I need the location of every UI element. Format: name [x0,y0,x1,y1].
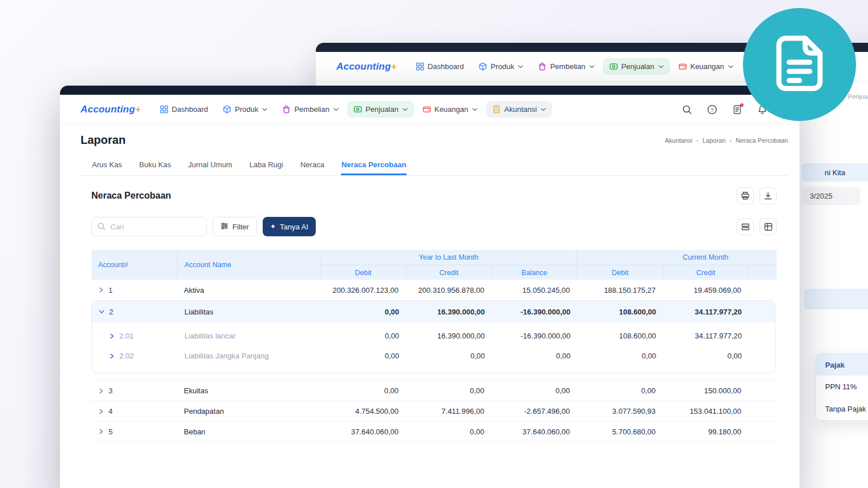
nav-item-dashboard[interactable]: Dashboard [409,58,471,75]
expand-chevron-icon[interactable] [98,287,104,293]
cash-icon [609,62,618,71]
document-badge [743,8,856,121]
col-group-year-to-last-month: Year to Last Month Debit Credit Balance [320,250,577,280]
documents-icon[interactable] [732,104,742,115]
chevron-down-icon [262,108,267,111]
package-icon [479,62,487,71]
nav-label: Penjualan [365,105,399,114]
expanded-group-liabilitas: 2 Liabilitas 0,00 16.390.000,00 -16.390.… [91,300,775,373]
partial-form-label: Penjua [848,93,867,100]
nav-item-produk[interactable]: Produk [472,58,529,75]
table-row-pendapatan[interactable]: 4 Pendapatan 4.754.500,00 7.411.996,00 -… [91,401,777,421]
search-icon[interactable] [682,104,692,115]
table-row-liabilitas[interactable]: 2 Liabilitas 0,00 16.390.000,00 -16.390.… [92,301,775,322]
table-row-ekuitas[interactable]: 3 Ekuitas 0,00 0,00 0,00 0,00 150.000,00 [91,380,777,401]
collapse-chevron-icon[interactable] [99,309,105,314]
nav-item-dashboard[interactable]: Dashboard [154,101,215,118]
wallet-icon [678,62,687,71]
shopping-bag-icon [282,105,291,114]
tax-option-tanpa-pajak[interactable]: Tanpa Pajak [816,398,868,420]
chevron-down-icon [658,65,664,68]
tab-arus-kas[interactable]: Arus Kas [91,155,123,175]
table-row-liabilitas-jangka-panjang[interactable]: 2.02 Liabilitas Jangka Panjang 0,00 0,00… [92,346,775,366]
main-window: Accounting+ Dashboard Produk Pembelian P… [60,86,799,488]
col-account-no: Account# [91,250,177,280]
tax-dropdown: Pajak PPN 11% Tanpa Pajak [815,353,868,421]
view-columns-toggle[interactable] [760,218,777,235]
notification-dot [740,103,744,107]
breadcrumb: Akuntansi › Laporan › Neraca Percobaan [665,137,788,144]
help-icon[interactable]: ? [707,104,717,115]
expand-chevron-icon[interactable] [109,333,115,339]
filter-label: Filter [232,223,249,231]
table-header: Account# Account Name Year to Last Month… [91,250,777,280]
nav-item-penjualan[interactable]: Penjualan [603,58,670,75]
download-button[interactable] [760,187,777,204]
nav-label: Penjualan [621,62,654,71]
expand-chevron-icon[interactable] [98,409,104,414]
nav-item-keuangan[interactable]: Keuangan [672,58,740,75]
col-debit: Debit [320,265,406,280]
nav-label: Produk [491,62,514,71]
nav-label: Pembelian [550,62,585,71]
cash-icon [353,105,362,114]
dashboard-grid-icon [160,105,168,114]
breadcrumb-item[interactable]: Laporan [702,137,725,144]
table-row-liabilitas-lancar[interactable]: 2.01 Liabilitas lancar 0,00 16.390.000,0… [92,326,775,346]
col-credit: Credit [406,265,492,280]
tab-jurnal-umum[interactable]: Jurnal Umum [187,155,232,175]
search-input[interactable] [91,217,207,236]
nav-label: Keuangan [690,62,724,71]
nav-label: Produk [235,105,258,114]
calculator-icon [492,105,501,114]
col-balance: Balance [748,265,777,280]
trial-balance-table: Account# Account Name Year to Last Month… [91,250,777,442]
date-field[interactable]: 3/2025 [803,187,860,205]
nav-item-keuangan[interactable]: Keuangan [416,101,484,118]
expand-chevron-icon[interactable] [98,429,104,434]
main-window-titlebar [60,86,799,95]
selected-list-item[interactable]: ni Kita [802,163,868,182]
tab-neraca[interactable]: Neraca [300,155,325,175]
filter-icon [220,222,228,232]
tab-buku-kas[interactable]: Buku Kas [139,155,172,175]
nav-item-penjualan[interactable]: Penjualan [347,101,414,118]
chevron-down-icon [541,108,546,111]
wallet-icon [423,105,431,114]
shopping-bag-icon [538,62,546,71]
nav-label: Dashboard [428,62,464,71]
chevron-down-icon [472,108,477,111]
tab-laba-rugi[interactable]: Laba Rugi [249,155,284,175]
tab-neraca-percobaan[interactable]: Neraca Percobaan [341,155,407,175]
nav-item-pembelian[interactable]: Pembelian [276,101,344,118]
nav-item-pembelian[interactable]: Pembelian [532,58,600,75]
print-button[interactable] [737,187,754,204]
tax-option-ppn[interactable]: PPN 11% [816,376,868,398]
report-title: Neraca Percobaan [91,191,171,201]
col-debit: Debit [577,265,663,280]
svg-text:?: ? [710,106,713,112]
sparkle-icon: ✦ [270,223,276,231]
filter-button[interactable]: Filter [212,217,257,236]
nav-label: Keuangan [435,105,468,114]
highlighted-row[interactable] [804,289,868,309]
tax-dropdown-group-label: Pajak [816,354,868,376]
view-rows-toggle[interactable] [737,218,754,235]
expand-chevron-icon[interactable] [109,353,115,359]
page-title: Laporan [81,134,126,147]
breadcrumb-separator: › [730,137,732,144]
brand-logo: Accounting+ [81,104,141,115]
breadcrumb-item[interactable]: Akuntansi [665,137,692,144]
brand-logo: Accounting+ [336,61,397,72]
ask-ai-button[interactable]: ✦ Tanya AI [263,217,316,236]
dashboard-grid-icon [416,62,424,71]
col-group-current-month: Current Month Debit Credit Balance [577,250,777,280]
document-icon [772,34,827,95]
chevron-down-icon [589,65,594,68]
expand-chevron-icon[interactable] [98,388,104,394]
nav-item-akuntansi[interactable]: Akuntansi [486,101,552,118]
table-row-aktiva[interactable]: 1 Aktiva 200.326.007.123,00 200.310.956.… [91,280,777,300]
nav-item-produk[interactable]: Produk [216,101,274,118]
nav-label: Dashboard [172,105,208,114]
table-row-beban[interactable]: 5 Beban 37.640.060,00 0,00 37.640.060,00… [91,421,777,442]
